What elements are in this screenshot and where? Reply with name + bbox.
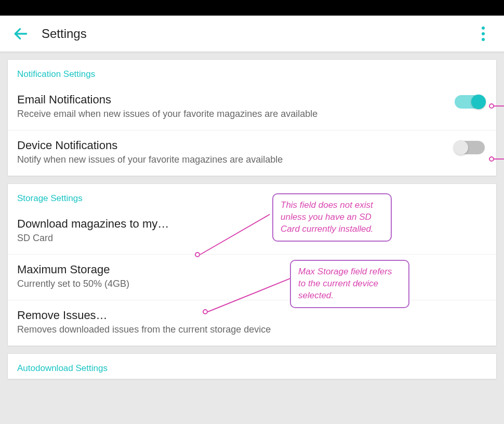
annotation-callout-maxstorage: Max Storage field refers to the current … — [290, 260, 409, 308]
annotation-anchor-icon — [195, 252, 200, 257]
email-notifications-row[interactable]: Email Notifications Receive email when n… — [8, 85, 496, 130]
settings-content: Notification Settings Email Notification… — [0, 52, 504, 387]
storage-settings-card: Storage Settings Download magazines to m… — [7, 183, 497, 346]
annotation-line — [494, 105, 504, 107]
overflow-menu-icon[interactable] — [475, 23, 491, 44]
device-notifications-toggle[interactable] — [455, 141, 485, 154]
page-title: Settings — [42, 27, 87, 41]
remove-issues-row[interactable]: Remove Issues… Removes downloaded issues… — [8, 300, 496, 346]
annotation-callout-sdcard: This field does not exist unless you hav… — [272, 193, 392, 242]
remove-issues-subtitle: Removes downloaded issues from the curre… — [17, 324, 487, 335]
annotation-line — [494, 158, 504, 160]
annotation-anchor-icon — [203, 309, 208, 314]
device-notifications-title: Device Notifications — [17, 139, 455, 152]
back-arrow-icon[interactable] — [10, 23, 31, 44]
notification-settings-header: Notification Settings — [8, 60, 496, 85]
annotation-anchor-icon — [489, 156, 494, 162]
email-notifications-toggle[interactable] — [455, 95, 485, 109]
autodownload-settings-header: Autodownload Settings — [8, 354, 496, 379]
max-storage-title: Maximum Storage — [17, 263, 487, 276]
email-notifications-subtitle: Receive email when new issues of your fa… — [17, 109, 455, 120]
annotation-anchor-icon — [489, 103, 494, 109]
download-location-row[interactable]: Download magazines to my… SD Card — [8, 209, 496, 255]
status-bar — [0, 0, 504, 16]
remove-issues-title: Remove Issues… — [17, 309, 487, 322]
app-bar: Settings — [0, 16, 504, 52]
storage-settings-header: Storage Settings — [8, 184, 496, 209]
email-notifications-title: Email Notifications — [17, 93, 455, 107]
device-notifications-row[interactable]: Device Notifications Notify when new iss… — [8, 130, 496, 176]
max-storage-subtitle: Currently set to 50% (4GB) — [17, 279, 487, 289]
download-location-subtitle: SD Card — [17, 233, 487, 244]
device-notifications-subtitle: Notify when new issues of your favorite … — [17, 154, 455, 165]
autodownload-settings-card: Autodownload Settings — [7, 353, 497, 379]
notification-settings-card: Notification Settings Email Notification… — [7, 59, 497, 176]
